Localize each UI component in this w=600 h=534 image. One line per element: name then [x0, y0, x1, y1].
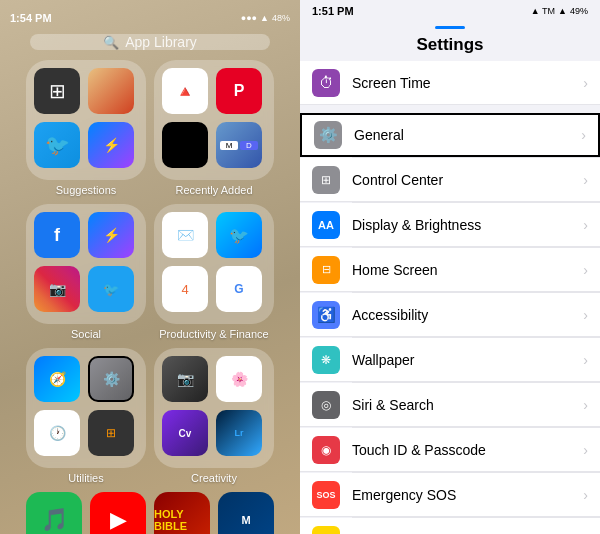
settings-item-control-center[interactable]: ⊞ Control Center › [300, 158, 600, 202]
folder-box-creativity: 📷 🌸 Cv Lr [154, 348, 274, 468]
display-icon: AA [312, 211, 340, 239]
screen-time-label: Screen Time [352, 75, 579, 91]
general-chevron: › [581, 127, 586, 143]
general-icon: ⚙️ [314, 121, 342, 149]
folder-utilities[interactable]: 🧭 ⚙️ 🕐 ⊞ Utilities [26, 348, 146, 484]
app-wings[interactable]: 🐦 [216, 212, 262, 258]
app-pinterest[interactable]: P [216, 68, 262, 114]
app-messenger2[interactable]: ⚡ [88, 212, 134, 258]
accessibility-icon: ♿ [312, 301, 340, 329]
folder-suggestions-label: Suggestions [56, 184, 117, 196]
settings-item-general[interactable]: ⚙️ General › [300, 113, 600, 157]
folder-row-2: f ⚡ 📷 🐦 Social ✉️ 🐦 4 G Productivity & F… [10, 204, 290, 340]
control-center-icon: ⊞ [312, 166, 340, 194]
app-calculator[interactable]: ⊞ [34, 68, 80, 114]
touch-id-chevron: › [583, 442, 588, 458]
settings-item-display[interactable]: AA Display & Brightness › [300, 203, 600, 247]
bottom-dock-row: 🎵 ▶ HOLY BIBLE M [10, 492, 290, 534]
settings-item-wallpaper[interactable]: ❋ Wallpaper › [300, 338, 600, 382]
app-calculator2[interactable]: ⊞ [88, 410, 134, 456]
control-center-chevron: › [583, 172, 588, 188]
app-instagram[interactable]: 📷 [34, 266, 80, 312]
app-lr[interactable]: Lr [216, 410, 262, 456]
folder-box-utilities: 🧭 ⚙️ 🕐 ⊞ [26, 348, 146, 468]
app-calendar[interactable]: 4 [162, 266, 208, 312]
folder-social[interactable]: f ⚡ 📷 🐦 Social [26, 204, 146, 340]
app-youtube[interactable]: ▶ [90, 492, 146, 534]
app-bible[interactable]: HOLY BIBLE [154, 492, 210, 534]
home-screen-icon: ⊟ [312, 256, 340, 284]
settings-item-home-screen[interactable]: ⊟ Home Screen › [300, 248, 600, 292]
folder-row-1: ⊞ 🐦 ⚡ Suggestions 🔺 P M D Recentl [10, 60, 290, 196]
app-mail[interactable]: M D [216, 122, 262, 168]
app-circle[interactable] [162, 122, 208, 168]
folder-creativity[interactable]: 📷 🌸 Cv Lr Creativity [154, 348, 274, 484]
app-merriam[interactable]: M [218, 492, 274, 534]
folder-productivity[interactable]: ✉️ 🐦 4 G Productivity & Finance [154, 204, 274, 340]
home-screen-chevron: › [583, 262, 588, 278]
wifi-icon-right: ▲ [558, 6, 567, 16]
app-gmail[interactable]: ✉️ [162, 212, 208, 258]
folder-box-recently-added: 🔺 P M D [154, 60, 274, 180]
siri-icon: ◎ [312, 391, 340, 419]
folder-suggestions[interactable]: ⊞ 🐦 ⚡ Suggestions [26, 60, 146, 196]
emergency-icon: SOS [312, 481, 340, 509]
folder-box-productivity: ✉️ 🐦 4 G [154, 204, 274, 324]
app-camera[interactable]: 📷 [162, 356, 208, 402]
app-dots[interactable] [88, 68, 134, 114]
app-google[interactable]: G [216, 266, 262, 312]
settings-item-touch-id[interactable]: ◉ Touch ID & Passcode › [300, 428, 600, 472]
display-label: Display & Brightness [352, 217, 579, 233]
app-spotify[interactable]: 🎵 [26, 492, 82, 534]
app-drive[interactable]: 🔺 [162, 68, 208, 114]
settings-title: Settings [300, 31, 600, 61]
section-separator-1 [300, 105, 600, 113]
app-grid: ⊞ 🐦 ⚡ Suggestions 🔺 P M D Recentl [10, 60, 290, 534]
app-twitter-social[interactable]: 🐦 [88, 266, 134, 312]
wallpaper-label: Wallpaper [352, 352, 579, 368]
display-chevron: › [583, 217, 588, 233]
exposure-icon: ✳ [312, 526, 340, 535]
wallpaper-icon: ❋ [312, 346, 340, 374]
emergency-chevron: › [583, 487, 588, 503]
app-canva[interactable]: Cv [162, 410, 208, 456]
screen-time-icon: ⏱ [312, 69, 340, 97]
app-photos[interactable]: 🌸 [216, 356, 262, 402]
search-bar-label: App Library [125, 34, 197, 50]
time-left: 1:54 PM [10, 12, 52, 24]
siri-label: Siri & Search [352, 397, 579, 413]
folder-recently-added[interactable]: 🔺 P M D Recently Added [154, 60, 274, 196]
app-library-panel: 1:54 PM ●●● ▲ 48% 🔍 App Library ⊞ 🐦 ⚡ Su… [0, 0, 300, 534]
settings-item-accessibility[interactable]: ♿ Accessibility › [300, 293, 600, 337]
signal-icon-left: ●●● [241, 13, 257, 23]
app-clock[interactable]: 🕐 [34, 410, 80, 456]
battery-right: 49% [570, 6, 588, 16]
touch-id-icon: ◉ [312, 436, 340, 464]
time-right: 1:51 PM [312, 5, 354, 17]
wallpaper-chevron: › [583, 352, 588, 368]
settings-item-emergency[interactable]: SOS Emergency SOS › [300, 473, 600, 517]
scroll-indicator [435, 26, 465, 29]
wifi-icon-left: ▲ [260, 13, 269, 23]
settings-panel: 1:51 PM ▲ TM ▲ 49% Settings ⏱ Screen Tim… [300, 0, 600, 534]
app-facebook[interactable]: f [34, 212, 80, 258]
app-twitter-bird[interactable]: 🐦 [34, 122, 80, 168]
folder-recently-added-label: Recently Added [175, 184, 252, 196]
search-icon: 🔍 [103, 35, 119, 50]
app-settings[interactable]: ⚙️ [88, 356, 134, 402]
status-icons-right: ▲ TM ▲ 49% [531, 6, 588, 16]
settings-item-siri[interactable]: ◎ Siri & Search › [300, 383, 600, 427]
status-icons-left: ●●● ▲ 48% [241, 13, 290, 23]
control-center-label: Control Center [352, 172, 579, 188]
settings-item-screen-time[interactable]: ⏱ Screen Time › [300, 61, 600, 105]
general-label: General [354, 127, 577, 143]
app-safari[interactable]: 🧭 [34, 356, 80, 402]
app-library-search[interactable]: 🔍 App Library [30, 34, 270, 50]
settings-item-exposure[interactable]: ✳ Exposure Notifications › [300, 518, 600, 534]
folder-box-social: f ⚡ 📷 🐦 [26, 204, 146, 324]
status-bar-left: 1:54 PM ●●● ▲ 48% [0, 10, 300, 26]
home-screen-label: Home Screen [352, 262, 579, 278]
folder-box-suggestions: ⊞ 🐦 ⚡ [26, 60, 146, 180]
folder-creativity-label: Creativity [191, 472, 237, 484]
app-messenger[interactable]: ⚡ [88, 122, 134, 168]
